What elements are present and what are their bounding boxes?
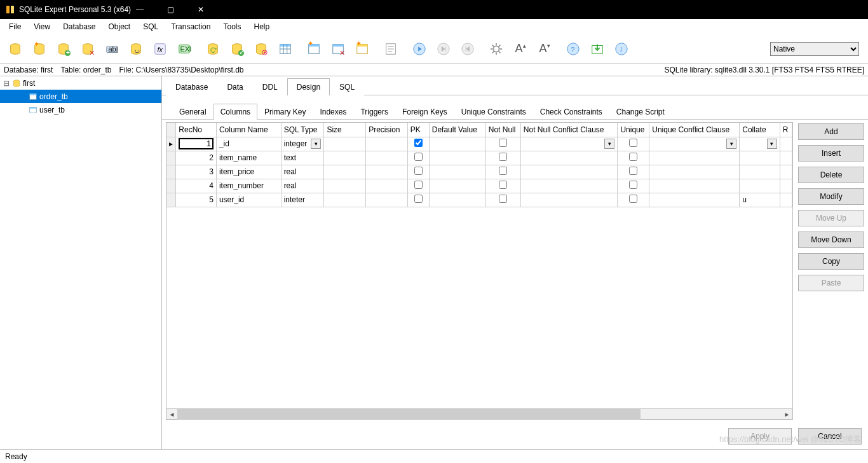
rename-db-button[interactable]: ab| xyxy=(100,38,123,60)
engine-select[interactable]: Native xyxy=(770,42,859,56)
step-button[interactable] xyxy=(432,38,455,60)
notnull-checkbox[interactable] xyxy=(499,139,507,147)
tree-db-root[interactable]: ⊟ first xyxy=(0,76,161,90)
col-header[interactable]: Not Null xyxy=(485,123,520,137)
menu-sql[interactable]: SQL xyxy=(137,20,165,34)
unique-checkbox[interactable] xyxy=(629,195,637,203)
pk-checkbox[interactable] xyxy=(414,167,423,175)
unique-checkbox[interactable] xyxy=(629,139,637,147)
table-row[interactable]: 2item_nametext xyxy=(166,151,792,165)
subtab-change-script[interactable]: Change Script xyxy=(609,104,672,120)
unique-checkbox[interactable] xyxy=(629,181,637,189)
unique-checkbox[interactable] xyxy=(629,167,637,175)
apply-button[interactable]: Apply xyxy=(728,428,792,445)
add-db-button[interactable]: + xyxy=(52,38,75,60)
commit-button[interactable]: ✓ xyxy=(226,38,248,60)
new-table-button[interactable]: ✦ xyxy=(302,38,325,60)
font-decrease-button[interactable]: A▾ xyxy=(533,38,556,60)
db-settings-button[interactable] xyxy=(250,38,273,60)
new-db-button[interactable] xyxy=(4,38,27,60)
table-row[interactable]: ▸_idinteger▾▾▾▾ xyxy=(166,137,792,151)
pk-checkbox[interactable] xyxy=(414,139,423,147)
menu-object[interactable]: Object xyxy=(102,20,137,34)
attach-db-button[interactable] xyxy=(125,38,147,60)
col-header[interactable]: Unique Conflict Clause xyxy=(649,123,740,137)
col-header[interactable]: Not Null Conflict Clause xyxy=(520,123,618,137)
nnconflict-dropdown[interactable]: ▾ xyxy=(604,139,614,149)
copy-button[interactable]: Copy xyxy=(798,253,864,270)
minimize-button[interactable]: — xyxy=(131,5,149,14)
type-dropdown[interactable]: ▾ xyxy=(311,139,321,149)
cancel-button[interactable]: Cancel xyxy=(798,428,862,445)
tab-database[interactable]: Database xyxy=(166,78,217,95)
notnull-checkbox[interactable] xyxy=(499,181,507,189)
tab-ddl[interactable]: DDL xyxy=(253,78,287,95)
recno-input[interactable] xyxy=(179,138,214,149)
subtab-general[interactable]: General xyxy=(172,104,214,120)
subtab-check-constraints[interactable]: Check Constraints xyxy=(533,104,609,120)
add-button[interactable]: Add xyxy=(798,123,864,140)
new-db-star-button[interactable]: ✦ xyxy=(28,38,51,60)
modify-button[interactable]: Modify xyxy=(798,188,864,205)
prev-button[interactable] xyxy=(456,38,479,60)
collapse-icon[interactable]: ⊟ xyxy=(3,79,10,88)
refresh-button[interactable] xyxy=(201,38,224,60)
delete-button[interactable]: Delete xyxy=(798,167,864,183)
pk-checkbox[interactable] xyxy=(414,195,423,203)
horizontal-scrollbar[interactable]: ◄ ► xyxy=(166,408,792,419)
close-button[interactable]: ✕ xyxy=(192,5,210,14)
subtab-indexes[interactable]: Indexes xyxy=(313,104,353,120)
movedown-button[interactable]: Move Down xyxy=(798,232,864,248)
menu-view[interactable]: View xyxy=(27,20,57,34)
collate-dropdown[interactable]: ▾ xyxy=(767,139,777,149)
unique-checkbox[interactable] xyxy=(629,153,637,161)
tree-table-order_tb[interactable]: order_tb xyxy=(0,90,161,103)
remove-db-button[interactable]: ✕ xyxy=(76,38,99,60)
notnull-checkbox[interactable] xyxy=(499,195,507,203)
settings-button[interactable] xyxy=(485,38,508,60)
paste-button[interactable]: Paste xyxy=(798,275,864,291)
col-header[interactable]: SQL Type xyxy=(281,123,324,137)
col-header[interactable]: PK xyxy=(407,123,429,137)
tab-design[interactable]: Design xyxy=(287,78,330,95)
tree-table-user_tb[interactable]: user_tb xyxy=(0,103,161,116)
function-button[interactable]: fx xyxy=(149,38,172,60)
view-button[interactable]: ✦ xyxy=(351,38,374,60)
tab-data[interactable]: Data xyxy=(217,78,252,95)
menu-database[interactable]: Database xyxy=(57,20,102,34)
exit-button[interactable]: EXIT xyxy=(173,38,196,60)
script-button[interactable] xyxy=(379,38,402,60)
maximize-button[interactable]: ▢ xyxy=(161,5,179,14)
menu-help[interactable]: Help xyxy=(247,20,276,34)
subtab-primary-key[interactable]: Primary Key xyxy=(257,104,313,120)
pk-checkbox[interactable] xyxy=(414,153,423,161)
menu-tools[interactable]: Tools xyxy=(217,20,247,34)
notnull-checkbox[interactable] xyxy=(499,153,507,161)
col-header[interactable]: Size xyxy=(324,123,366,137)
tab-sql[interactable]: SQL xyxy=(330,78,364,95)
col-header[interactable]: Column Name xyxy=(216,123,281,137)
notnull-checkbox[interactable] xyxy=(499,167,507,175)
table-row[interactable]: 3item_pricereal xyxy=(166,165,792,179)
col-header[interactable]: R xyxy=(780,123,792,137)
col-header[interactable]: Collate xyxy=(740,123,780,137)
moveup-button[interactable]: Move Up xyxy=(798,210,864,226)
pk-checkbox[interactable] xyxy=(414,181,423,189)
columns-grid[interactable]: RecNoColumn NameSQL TypeSizePrecisionPKD… xyxy=(166,122,793,420)
menu-transaction[interactable]: Transaction xyxy=(165,20,217,34)
col-header[interactable]: Precision xyxy=(366,123,408,137)
subtab-unique-constraints[interactable]: Unique Constraints xyxy=(454,104,533,120)
table-row[interactable]: 4item_numberreal xyxy=(166,179,792,193)
update-button[interactable] xyxy=(586,38,609,60)
help-button[interactable]: ? xyxy=(562,38,585,60)
col-header[interactable]: Default Value xyxy=(429,123,485,137)
font-increase-button[interactable]: A▴ xyxy=(509,38,532,60)
subtab-foreign-keys[interactable]: Foreign Keys xyxy=(395,104,454,120)
run-button[interactable] xyxy=(408,38,431,60)
uqconflict-dropdown[interactable]: ▾ xyxy=(726,139,736,149)
table-button[interactable] xyxy=(274,38,297,60)
table-row[interactable]: 5user_idinteteru xyxy=(166,193,792,207)
menu-file[interactable]: File xyxy=(3,20,27,34)
delete-table-button[interactable]: ✕ xyxy=(327,38,349,60)
col-header[interactable]: RecNo xyxy=(176,123,217,137)
